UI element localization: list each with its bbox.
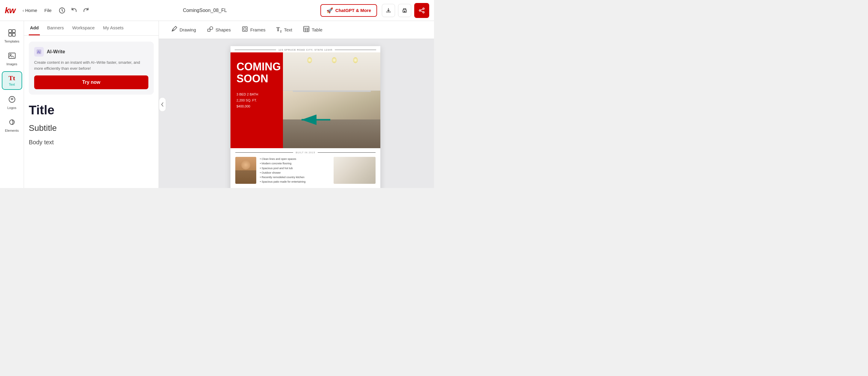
flyer-address-line-right	[335, 50, 376, 50]
flyer-agent-photo	[235, 157, 256, 184]
nav-right-actions	[382, 3, 429, 18]
sidebar-item-text[interactable]: Tt Text	[2, 71, 22, 90]
flyer-bottom-kitchen-photo	[334, 157, 376, 184]
elements-icon	[8, 118, 16, 128]
svg-point-21	[210, 27, 213, 30]
flyer-price: $400,000	[237, 104, 277, 109]
tab-workspace[interactable]: Workspace	[71, 21, 96, 35]
templates-label: Templates	[4, 39, 19, 43]
text-tool-icon: TT	[276, 26, 282, 33]
tab-my-assets[interactable]: My Assets	[102, 21, 125, 35]
back-arrow-icon: ‹	[23, 8, 24, 13]
svg-point-4	[423, 11, 425, 13]
download-icon	[385, 7, 392, 13]
frames-tool[interactable]: Frames	[242, 26, 266, 34]
redo-button[interactable]	[83, 7, 89, 14]
frames-icon	[242, 26, 248, 34]
share-button[interactable]	[414, 3, 429, 18]
table-label: Table	[312, 27, 322, 32]
tab-banners[interactable]: Banners	[46, 21, 65, 35]
print-button[interactable]	[398, 4, 411, 17]
chevron-left-icon	[161, 102, 164, 107]
svg-line-6	[421, 9, 423, 10]
svg-point-3	[423, 8, 425, 9]
bullet-5: • Recently remodeled country kitchen	[260, 175, 330, 180]
flyer-property-details: 3 BED 2 BATH 2,200 SQ. FT. $400,000	[237, 92, 277, 109]
bullet-2: • Modern concrete flooring	[260, 161, 330, 166]
flyer-address-line-left	[235, 50, 276, 50]
text-subtitle-item[interactable]: Subtitle	[29, 122, 154, 134]
images-icon	[8, 52, 16, 61]
history-icon	[59, 7, 65, 14]
table-icon	[303, 26, 310, 34]
sidebar-item-images[interactable]: Images	[2, 48, 22, 69]
text-title-item[interactable]: Title	[29, 102, 154, 118]
print-icon	[402, 7, 408, 13]
ai-write-icon: Ai	[34, 47, 44, 57]
download-button[interactable]	[382, 4, 395, 17]
bullet-4: • Outdoor shower	[260, 171, 330, 175]
tab-add[interactable]: Add	[29, 21, 40, 35]
frames-label: Frames	[250, 27, 266, 32]
canvas-area: 123 SPRUCE ROAD CITY, STATE 12345 COMING…	[159, 39, 434, 188]
shapes-tool[interactable]: Shapes	[207, 26, 231, 34]
elements-label: Elements	[5, 129, 19, 132]
undo-button[interactable]	[71, 7, 77, 14]
shapes-label: Shapes	[216, 27, 231, 32]
flyer-main-body: COMING SOON 3 BED 2 BATH 2,200 SQ. FT. $…	[230, 53, 380, 148]
right-area: Drawing Shapes Frames	[159, 21, 434, 188]
home-label: Home	[25, 8, 37, 13]
home-button[interactable]: ‹ Home	[23, 8, 37, 13]
svg-rect-23	[244, 28, 246, 30]
undo-icon	[71, 7, 77, 14]
svg-rect-11	[12, 33, 15, 36]
text-label: Text	[284, 27, 292, 32]
text-label: Text	[9, 82, 15, 86]
share-icon	[418, 7, 425, 14]
add-panel: Add Banners Workspace My Assets Ai AI-Wr…	[24, 21, 159, 188]
try-now-button[interactable]: Try now	[34, 75, 148, 89]
svg-rect-2	[404, 11, 405, 12]
drawing-label: Drawing	[180, 27, 196, 32]
rocket-icon: 🚀	[327, 7, 333, 14]
shapes-icon	[207, 26, 213, 34]
top-navigation: kw ‹ Home File ComingSoon_08_FL 🚀	[0, 0, 434, 21]
svg-rect-8	[9, 30, 12, 33]
text-tool[interactable]: TT Text	[276, 26, 292, 33]
main-layout: Templates Images Tt Text	[0, 21, 434, 188]
panel-collapse-button[interactable]	[159, 97, 166, 112]
templates-icon	[8, 29, 16, 38]
canvas-toolbar: Drawing Shapes Frames	[159, 21, 434, 39]
images-label: Images	[6, 62, 17, 66]
history-button[interactable]	[59, 7, 65, 14]
flyer-built-row: BUILT IN 2015	[235, 151, 376, 154]
bullet-1: • Clean lines and open spaces	[260, 157, 330, 161]
sidebar-item-elements[interactable]: Elements	[2, 115, 22, 135]
ai-write-title: AI-Write	[47, 49, 65, 55]
flyer-built-text: BUILT IN 2015	[296, 151, 315, 154]
drawing-tool[interactable]: Drawing	[171, 26, 196, 34]
panel-tabs: Add Banners Workspace My Assets	[24, 21, 159, 36]
bullet-6: • Spacious patio made for entertaining	[260, 180, 330, 184]
redo-icon	[83, 7, 89, 14]
table-tool[interactable]: Table	[303, 26, 322, 34]
svg-rect-22	[243, 27, 247, 31]
logos-icon	[8, 95, 16, 105]
file-button[interactable]: File	[44, 8, 52, 13]
panel-content: Ai AI-Write Create content in an instant…	[24, 36, 159, 153]
text-body-item[interactable]: Body text	[29, 138, 154, 147]
left-sidebar: Templates Images Tt Text	[0, 21, 24, 188]
sidebar-item-logos[interactable]: Logos	[2, 92, 22, 112]
flyer-red-column: COMING SOON 3 BED 2 BATH 2,200 SQ. FT. $…	[230, 53, 283, 148]
teal-arrow-pointer	[297, 114, 333, 126]
sidebar-item-templates[interactable]: Templates	[2, 26, 22, 46]
svg-line-7	[421, 11, 423, 12]
flyer-kitchen-photo	[283, 53, 380, 148]
flyer-bottom-section: BUILT IN 2015 • Clean lines and o	[230, 148, 380, 187]
flyer-bed-bath: 3 BED 2 BATH	[237, 92, 277, 98]
chatgpt-button[interactable]: 🚀 ChatGPT & More	[320, 4, 377, 17]
flyer-bottom-content: • Clean lines and open spaces • Modern c…	[235, 157, 376, 184]
svg-point-13	[9, 54, 11, 56]
ai-write-card: Ai AI-Write Create content in an instant…	[29, 42, 154, 95]
flyer-address-row: 123 SPRUCE ROAD CITY, STATE 12345	[230, 46, 380, 53]
